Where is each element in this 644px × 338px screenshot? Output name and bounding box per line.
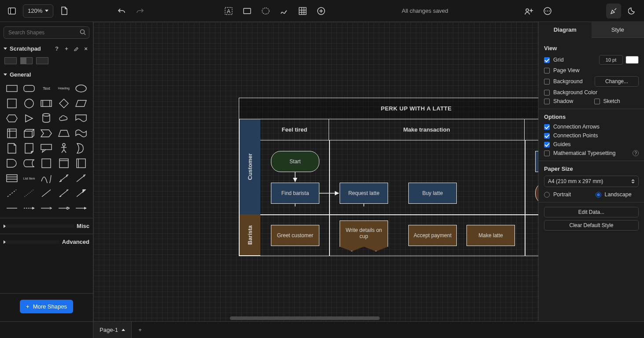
freehand-draw-button[interactable]	[277, 4, 292, 18]
shape-link-thin[interactable]	[39, 202, 54, 214]
scratchpad-item[interactable]	[4, 57, 17, 64]
tab-style[interactable]: Style	[592, 22, 644, 38]
shape-cube[interactable]	[22, 127, 36, 140]
orientation-landscape[interactable]: Landscape	[596, 191, 639, 198]
orientation-portrait[interactable]: Portrait	[544, 191, 588, 198]
freehand-shape-button[interactable]	[258, 4, 273, 18]
help-icon[interactable]: ?	[633, 150, 639, 156]
shape-and[interactable]	[4, 157, 19, 169]
phase-feel-tired[interactable]: Feel tired	[260, 119, 329, 140]
shadow-checkbox[interactable]: Shadow	[544, 98, 592, 104]
close-icon[interactable]: ×	[82, 45, 89, 52]
shape-cloud[interactable]	[56, 112, 71, 125]
help-icon[interactable]: ?	[53, 45, 60, 52]
shape-or[interactable]	[74, 142, 89, 154]
shape-frame-h[interactable]	[56, 157, 71, 169]
node-make[interactable]: Make latte	[466, 225, 515, 246]
shape-triangle[interactable]	[22, 112, 36, 125]
connection-points-checkbox[interactable]: Connection Points	[544, 132, 639, 139]
grid-size-input[interactable]: 10 pt	[599, 55, 623, 65]
sketch-checkbox[interactable]: Sketch	[594, 98, 639, 104]
shape-link-open[interactable]	[56, 202, 71, 214]
node-greet[interactable]: Greet customer	[271, 225, 319, 246]
scratchpad-item[interactable]	[36, 57, 48, 64]
grid-checkbox[interactable]: Grid	[544, 57, 596, 63]
shape-process[interactable]	[39, 97, 54, 110]
more-menu-button[interactable]	[540, 4, 555, 18]
shape-heading[interactable]: Heading	[56, 82, 71, 95]
redo-button[interactable]	[133, 4, 148, 18]
page-view-checkbox[interactable]: Page View	[544, 67, 639, 73]
general-header[interactable]: General	[0, 69, 93, 81]
tab-diagram[interactable]: Diagram	[539, 22, 592, 38]
add-page-button[interactable]: +	[132, 327, 148, 333]
zoom-select[interactable]: 120%	[23, 4, 53, 18]
add-tool-button[interactable]	[314, 4, 329, 18]
undo-button[interactable]	[114, 4, 129, 18]
node-write[interactable]: Write details on cup	[340, 220, 388, 251]
node-drink-latte[interactable]: Drink latte	[535, 151, 538, 172]
shape-hexagon[interactable]	[4, 112, 19, 125]
shape-list-item[interactable]: List Item	[22, 172, 36, 184]
note-tool-button[interactable]	[240, 4, 255, 18]
scratchpad-item[interactable]	[20, 57, 33, 64]
shape-link-dashed[interactable]	[22, 202, 36, 214]
shape-dir-line[interactable]	[74, 187, 89, 199]
phase-make-transaction[interactable]: Make transaction	[329, 119, 525, 140]
paper-size-select[interactable]: A4 (210 mm x 297 mm)	[544, 176, 639, 187]
toggle-sidebar-button[interactable]	[4, 4, 19, 18]
shape-card[interactable]	[22, 142, 36, 154]
node-find-barista[interactable]: Find barista	[271, 183, 319, 204]
background-change-button[interactable]: Change...	[595, 76, 639, 87]
shape-list[interactable]	[4, 172, 19, 184]
lane-customer[interactable]: Customer	[239, 119, 260, 214]
shape-arrow[interactable]	[74, 172, 89, 184]
shape-cylinder[interactable]	[39, 112, 54, 125]
shape-container[interactable]	[39, 157, 54, 169]
horizontal-scrollbar[interactable]	[93, 315, 538, 321]
edit-icon[interactable]	[73, 45, 80, 52]
shape-ellipse[interactable]	[74, 82, 89, 95]
shape-rounded-rect[interactable]	[22, 82, 36, 95]
shape-frame-v[interactable]	[74, 157, 89, 169]
node-accept[interactable]: Accept payment	[408, 225, 457, 246]
table-tool-button[interactable]	[295, 4, 310, 18]
shape-circle[interactable]	[22, 97, 36, 110]
diagram-title[interactable]: PERK UP WITH A LATTE	[239, 98, 538, 119]
shape-callout[interactable]	[39, 142, 54, 154]
shape-rect[interactable]	[4, 82, 19, 95]
text-tool-button[interactable]: A	[221, 4, 236, 18]
phase-feel-perky[interactable]: Feel perky	[525, 119, 538, 140]
lane-barista[interactable]: Barista	[239, 214, 260, 256]
shape-link[interactable]	[4, 202, 19, 214]
design-mode-button[interactable]	[606, 4, 621, 18]
advanced-section[interactable]: Advanced	[0, 234, 93, 250]
shape-square[interactable]	[4, 97, 19, 110]
more-shapes-button[interactable]: + More Shapes	[20, 300, 73, 313]
shape-link-filled[interactable]	[74, 202, 89, 214]
shape-text[interactable]: Text	[39, 82, 54, 95]
share-button[interactable]	[522, 4, 537, 18]
shape-diamond[interactable]	[56, 97, 71, 110]
shape-dotted-line[interactable]	[22, 187, 36, 199]
shape-trapezoid[interactable]	[56, 127, 71, 140]
scratchpad-header[interactable]: Scratchpad ? + ×	[0, 42, 93, 55]
swimlane-diagram[interactable]: PERK UP WITH A LATTE Customer Barista Fe…	[239, 98, 538, 256]
shape-parallelogram[interactable]	[74, 97, 89, 110]
guides-checkbox[interactable]: Guides	[544, 141, 639, 147]
node-start[interactable]: Start	[271, 151, 319, 172]
shape-note[interactable]	[4, 142, 19, 154]
shape-bidir-line[interactable]	[56, 187, 71, 199]
page-tab[interactable]: Page-1	[93, 322, 132, 338]
dark-mode-button[interactable]	[625, 4, 640, 18]
shape-step[interactable]	[39, 127, 54, 140]
clear-style-button[interactable]: Clear Default Style	[544, 220, 639, 231]
shape-curve[interactable]	[39, 172, 54, 184]
shape-line[interactable]	[39, 187, 54, 199]
search-shapes-input[interactable]	[4, 26, 89, 39]
background-color-checkbox[interactable]: Background Color	[544, 89, 639, 96]
grid-color-swatch[interactable]	[625, 56, 639, 64]
shape-datastore[interactable]	[22, 157, 36, 169]
shape-tape[interactable]	[74, 127, 89, 140]
shape-document[interactable]	[74, 112, 89, 125]
